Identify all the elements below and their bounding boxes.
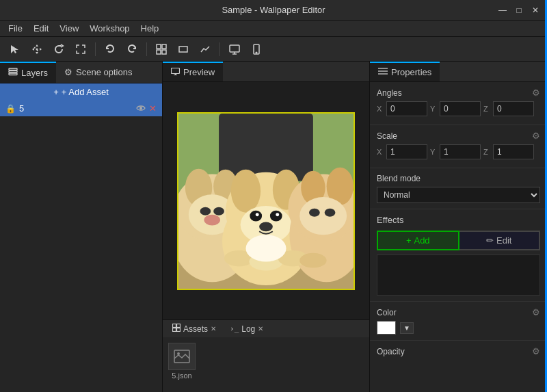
effects-edit-button[interactable]: ✏ Edit: [459, 231, 541, 250]
svg-marker-0: [11, 45, 18, 53]
tab-assets[interactable]: Assets ✕: [165, 320, 223, 337]
refresh-icon[interactable]: [49, 40, 68, 59]
z-axis-label: Z: [483, 105, 490, 113]
angles-x-input[interactable]: [386, 101, 427, 116]
minimize-button[interactable]: —: [496, 4, 509, 16]
svg-rect-14: [9, 73, 17, 75]
chart-icon[interactable]: [196, 40, 215, 59]
svg-point-44: [299, 197, 347, 235]
svg-rect-16: [172, 68, 180, 74]
svg-point-28: [213, 207, 224, 215]
assets-area: 5.json: [163, 337, 369, 392]
main-area: Layers ⚙ Scene options + + Add Asset 🔒 5…: [0, 62, 547, 392]
effects-buttons: + Add ✏ Edit: [377, 231, 540, 250]
angles-z-input[interactable]: [493, 101, 534, 116]
menu-help[interactable]: Help: [135, 22, 165, 35]
scale-z-input[interactable]: [493, 144, 534, 159]
menubar: File Edit View Workshop Help: [0, 21, 547, 37]
menu-view[interactable]: View: [54, 22, 84, 35]
undo-icon[interactable]: [101, 40, 120, 59]
preview-tab-label: Preview: [183, 67, 215, 77]
svg-rect-5: [162, 50, 166, 54]
asset-thumbnail-icon: [168, 343, 196, 370]
assets-tab-label: Assets: [183, 324, 208, 334]
monitor-icon[interactable]: [225, 40, 244, 59]
tab-scene-options-label: Scene options: [76, 67, 132, 77]
tab-layers[interactable]: Layers: [0, 62, 56, 83]
menu-file[interactable]: File: [3, 22, 28, 35]
svg-point-45: [309, 208, 320, 216]
window-title: Sample - Wallpaper Editor: [222, 5, 325, 15]
tab-preview[interactable]: Preview: [163, 62, 223, 81]
grid-icon[interactable]: [152, 40, 171, 59]
toolbar: [0, 37, 547, 62]
layer-item[interactable]: 🔒 5 ✕: [0, 101, 162, 116]
separator-1: [95, 42, 96, 56]
svg-rect-6: [179, 47, 187, 52]
cursor-icon[interactable]: [5, 40, 25, 59]
asset-label: 5.json: [172, 371, 191, 380]
add-asset-button[interactable]: + + Add Asset: [0, 83, 162, 101]
angles-text: Angles: [377, 88, 402, 98]
menu-workshop[interactable]: Workshop: [84, 22, 135, 35]
maximize-button[interactable]: □: [513, 4, 525, 16]
close-icon[interactable]: ✕: [149, 103, 157, 114]
titlebar: Sample - Wallpaper Editor — □ ✕: [0, 0, 547, 21]
svg-point-37: [256, 213, 259, 216]
eye-icon[interactable]: [136, 103, 146, 114]
color-swatch[interactable]: [377, 321, 396, 335]
svg-rect-54: [173, 328, 176, 332]
mobile-icon[interactable]: [247, 40, 266, 59]
color-label: Color ⚙: [377, 307, 540, 317]
tab-scene-options[interactable]: ⚙ Scene options: [56, 62, 140, 83]
opacity-text: Opacity: [377, 347, 405, 356]
scale-y-axis: Y: [430, 148, 437, 156]
color-dropdown-button[interactable]: ▼: [400, 322, 414, 334]
menu-edit[interactable]: Edit: [28, 22, 54, 35]
svg-point-32: [231, 169, 261, 212]
log-close-icon[interactable]: ✕: [258, 325, 263, 332]
opacity-section: Opacity ⚙: [370, 340, 547, 365]
scale-gear-button[interactable]: ⚙: [532, 131, 540, 141]
add-asset-label: + Add Asset: [62, 87, 109, 97]
svg-rect-3: [162, 44, 166, 49]
scale-x-input[interactable]: [386, 144, 427, 159]
blend-mode-select[interactable]: Normal Multiply Screen Overlay: [377, 187, 540, 203]
effects-title: Effects: [377, 215, 540, 225]
effects-add-button[interactable]: + Add: [377, 231, 459, 250]
asset-item[interactable]: 5.json: [168, 343, 196, 380]
svg-point-50: [299, 252, 326, 267]
left-panel: Layers ⚙ Scene options + + Add Asset 🔒 5…: [0, 62, 163, 392]
close-button[interactable]: ✕: [529, 4, 542, 16]
layer-name: 5: [19, 103, 133, 114]
angles-row: X Y Z: [377, 101, 540, 116]
y-axis-label: Y: [430, 105, 437, 113]
rect-icon[interactable]: [174, 40, 193, 59]
effects-list: [377, 254, 540, 296]
svg-point-51: [245, 235, 286, 261]
svg-rect-4: [157, 50, 161, 54]
scale-y-input[interactable]: [440, 144, 481, 159]
color-gear-button[interactable]: ⚙: [532, 307, 540, 317]
blend-mode-text: Blend mode: [377, 174, 421, 183]
opacity-gear-button[interactable]: ⚙: [532, 346, 540, 356]
log-tab-label: Log: [241, 324, 255, 334]
tab-properties[interactable]: Properties: [370, 62, 440, 81]
move-icon[interactable]: [27, 40, 46, 59]
angles-label: Angles ⚙: [377, 88, 540, 98]
tab-log[interactable]: ›_ Log ✕: [223, 320, 270, 337]
assets-close-icon[interactable]: ✕: [211, 325, 216, 332]
svg-rect-53: [177, 324, 181, 328]
scale-text: Scale: [377, 131, 397, 141]
angles-y-input[interactable]: [440, 101, 481, 116]
svg-point-11: [256, 52, 257, 53]
tab-layers-label: Layers: [21, 68, 48, 78]
expand-icon[interactable]: [71, 40, 90, 59]
redo-icon[interactable]: [122, 40, 142, 59]
edit-icon: ✏: [486, 235, 494, 246]
angles-gear-button[interactable]: ⚙: [532, 88, 540, 98]
monitor-small-icon: [171, 67, 180, 77]
svg-point-57: [177, 352, 180, 355]
bottom-tab-bar: Assets ✕ ›_ Log ✕: [163, 319, 369, 337]
center-panel: Preview: [163, 62, 369, 392]
